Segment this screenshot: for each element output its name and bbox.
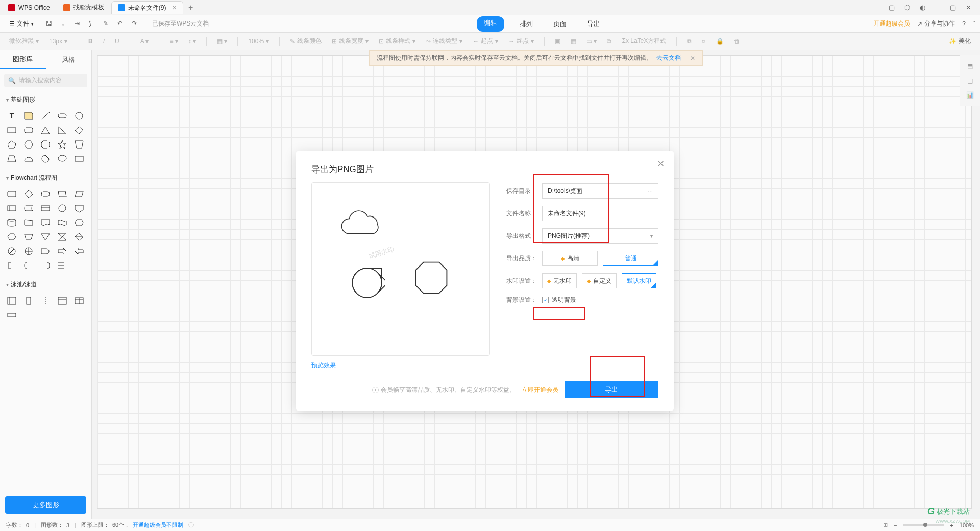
export-dialog: ✕ 导出为PNG图片 试用水印 预览效果 保存目录： D:\tools\桌面··… xyxy=(296,151,674,411)
wm-custom[interactable]: 自定义 xyxy=(582,273,617,288)
export-button[interactable]: 导出 xyxy=(565,381,658,398)
preview-pane: 试用水印 xyxy=(311,182,490,356)
dir-label: 保存目录： xyxy=(505,187,537,196)
preview-watermark: 试用水印 xyxy=(367,244,395,261)
quality-normal[interactable]: 普通 xyxy=(603,251,658,266)
dialog-title: 导出为PNG图片 xyxy=(311,163,658,175)
dialog-close-button[interactable]: ✕ xyxy=(657,158,665,170)
footer-premium-link[interactable]: 立即开通会员 xyxy=(522,385,558,394)
bg-transparent-checkbox[interactable]: ✓ xyxy=(542,297,549,303)
wm-none[interactable]: 无水印 xyxy=(542,273,577,288)
bg-transparent-label: 透明背景 xyxy=(552,296,576,304)
browse-icon[interactable]: ··· xyxy=(648,187,653,195)
info-icon: i xyxy=(372,387,379,393)
format-select[interactable]: PNG图片(推荐) xyxy=(542,228,658,244)
filename-input[interactable]: 未命名文件(9) xyxy=(542,206,658,221)
quality-hd[interactable]: 高清 xyxy=(542,251,598,266)
svg-marker-55 xyxy=(416,262,447,294)
footer-hint: i会员畅享高清品质、无水印、自定义水印等权益。 xyxy=(372,385,516,394)
wm-label: 水印设置： xyxy=(505,277,537,285)
preview-label[interactable]: 预览效果 xyxy=(311,361,490,370)
bg-label: 背景设置： xyxy=(505,296,537,304)
name-label: 文件名称： xyxy=(505,209,537,218)
quality-label: 导出品质： xyxy=(505,254,537,263)
format-label: 导出格式： xyxy=(505,232,537,240)
dir-input[interactable]: D:\tools\桌面··· xyxy=(542,183,658,199)
wm-default[interactable]: 默认水印 xyxy=(622,273,656,288)
